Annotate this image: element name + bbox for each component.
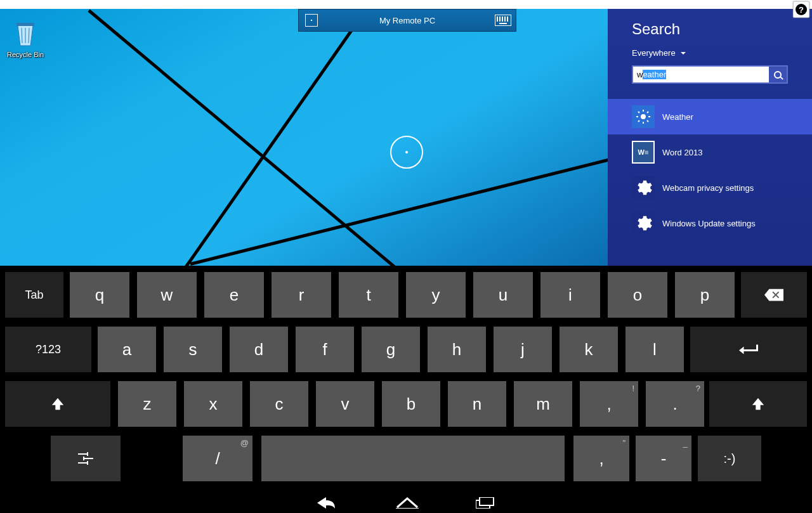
key-v[interactable]: v xyxy=(316,381,374,427)
shift-key-left[interactable] xyxy=(5,381,110,427)
svg-rect-0 xyxy=(16,23,34,26)
svg-rect-10 xyxy=(78,453,88,455)
help-button[interactable]: ? xyxy=(793,1,809,18)
key-d[interactable]: d xyxy=(230,327,288,372)
key-comma-r4[interactable]: ", xyxy=(573,436,629,481)
word-icon: W≡ xyxy=(632,141,655,164)
key-o[interactable]: o xyxy=(608,272,667,318)
back-nav-icon[interactable] xyxy=(317,497,335,509)
weather-icon xyxy=(632,105,655,128)
space-key[interactable] xyxy=(261,436,565,481)
search-result-item[interactable]: Windows Update settings xyxy=(608,205,812,241)
key-slash[interactable]: @/ xyxy=(183,436,252,481)
key-h[interactable]: h xyxy=(428,327,486,372)
tab-key[interactable]: Tab xyxy=(5,272,63,318)
svg-rect-15 xyxy=(87,461,88,465)
remote-desktop-view: Recycle Bin xyxy=(0,9,608,266)
recycle-bin-label: Recycle Bin xyxy=(4,51,47,58)
trash-icon xyxy=(4,20,47,49)
home-nav-icon[interactable] xyxy=(396,497,419,509)
enter-key[interactable] xyxy=(690,327,807,372)
search-scope-dropdown[interactable]: Everywhere xyxy=(632,48,812,58)
remote-session-toolbar: My Remote PC xyxy=(298,9,516,32)
key-e[interactable]: e xyxy=(204,272,264,318)
search-heading: Search xyxy=(632,20,812,38)
key-j[interactable]: j xyxy=(494,327,552,372)
key-g[interactable]: g xyxy=(362,327,420,372)
key-f[interactable]: f xyxy=(296,327,354,372)
key-.[interactable]: ?. xyxy=(646,381,704,427)
key-k[interactable]: k xyxy=(560,327,618,372)
key-c[interactable]: c xyxy=(250,381,308,427)
key-n[interactable]: n xyxy=(448,381,506,427)
search-result-item[interactable]: Weather xyxy=(608,99,812,134)
svg-point-1 xyxy=(641,114,646,119)
svg-line-7 xyxy=(647,120,648,122)
search-result-label: Word 2013 xyxy=(662,148,702,157)
backspace-key[interactable] xyxy=(741,272,807,318)
key-p[interactable]: p xyxy=(675,272,735,318)
search-result-label: Webcam privacy settings xyxy=(662,183,754,193)
pan-cursor-handle[interactable] xyxy=(390,136,423,169)
help-icon: ? xyxy=(796,4,807,15)
key-z[interactable]: z xyxy=(118,381,176,427)
search-input[interactable] xyxy=(633,67,769,82)
key-w[interactable]: w xyxy=(137,272,197,318)
gear-icon xyxy=(632,176,655,199)
recycle-bin-icon[interactable]: Recycle Bin xyxy=(4,20,47,60)
key-a[interactable]: a xyxy=(98,327,156,372)
search-icon xyxy=(774,71,782,79)
key-t[interactable]: t xyxy=(339,272,398,318)
key-s[interactable]: s xyxy=(164,327,222,372)
input-settings-key[interactable] xyxy=(51,436,121,481)
emoji-key[interactable]: :-) xyxy=(698,436,761,481)
svg-rect-12 xyxy=(83,458,93,459)
search-result-label: Windows Update settings xyxy=(662,219,756,228)
key-q[interactable]: q xyxy=(70,272,129,318)
search-result-item[interactable]: Webcam privacy settings xyxy=(608,170,812,205)
svg-line-9 xyxy=(647,112,648,113)
shift-key-right[interactable] xyxy=(709,381,807,427)
session-title: My Remote PC xyxy=(324,16,490,25)
search-result-item[interactable]: W≡Word 2013 xyxy=(608,134,812,170)
key-u[interactable]: u xyxy=(473,272,533,318)
key-x[interactable]: x xyxy=(184,381,242,427)
recents-nav-icon[interactable] xyxy=(476,497,495,509)
search-scope-label: Everywhere xyxy=(632,48,676,58)
key-r[interactable]: r xyxy=(272,272,331,318)
svg-rect-11 xyxy=(87,452,88,456)
key-,[interactable]: !, xyxy=(580,381,638,427)
svg-rect-13 xyxy=(83,457,84,460)
key-b[interactable]: b xyxy=(382,381,440,427)
gear-icon xyxy=(632,212,655,235)
symbols-key[interactable]: ?123 xyxy=(5,327,91,372)
svg-line-8 xyxy=(638,120,639,122)
key-i[interactable]: i xyxy=(540,272,600,318)
on-screen-keyboard: Tabqwertyuiop?123asdfghjklzxcvbnm!,?.@/ … xyxy=(0,266,812,513)
keyboard-toggle-button[interactable] xyxy=(490,10,516,31)
svg-rect-14 xyxy=(78,462,88,464)
move-handle-icon[interactable] xyxy=(299,10,324,31)
key-l[interactable]: l xyxy=(625,327,684,372)
search-result-label: Weather xyxy=(662,112,693,122)
chevron-down-icon xyxy=(681,52,686,57)
search-go-button[interactable] xyxy=(769,67,787,82)
key-dash[interactable]: _- xyxy=(636,436,691,481)
key-m[interactable]: m xyxy=(514,381,572,427)
svg-line-6 xyxy=(638,112,639,113)
svg-rect-17 xyxy=(480,497,494,505)
key-y[interactable]: y xyxy=(406,272,466,318)
search-charm-panel: Search Everywhere WeatherW≡Word 2013Webc… xyxy=(608,9,812,266)
